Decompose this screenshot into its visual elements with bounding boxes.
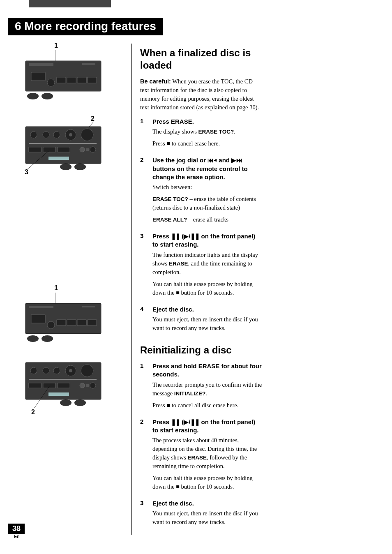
- device-diagram-4: 2: [25, 360, 103, 409]
- svg-point-14: [30, 132, 37, 138]
- step-text: You must eject, then re-insert the disc …: [152, 315, 263, 332]
- step-text: The function indicator lights and the di…: [152, 251, 263, 277]
- skip-back-icon: ⏮◀: [208, 157, 217, 164]
- svg-point-41: [27, 335, 39, 342]
- section2-title: Reinitializing a disc: [140, 344, 263, 356]
- step-number: 4: [140, 305, 146, 336]
- svg-point-5: [47, 79, 55, 86]
- section1-title: When a finalized disc is loaded: [140, 47, 263, 72]
- step-heading: Press ❚❚ (▶/❚❚ on the front panel) to st…: [152, 418, 263, 435]
- step-text: The display shows ERASE TOC?.: [152, 127, 263, 136]
- intro-bold: Be careful:: [140, 78, 171, 85]
- svg-rect-34: [82, 306, 95, 307]
- svg-rect-40: [88, 320, 97, 325]
- svg-point-28: [60, 164, 71, 170]
- stop-icon: ■: [176, 483, 180, 490]
- right-column: When a finalized disc is loaded Be caref…: [131, 44, 271, 535]
- svg-point-10: [27, 93, 39, 99]
- device-front-svg-2: [25, 286, 103, 344]
- step-number: 3: [140, 232, 146, 300]
- svg-point-56: [90, 383, 96, 388]
- svg-rect-7: [67, 77, 76, 83]
- device-closeup-svg-2: [25, 360, 103, 409]
- chapter-heading: 6 More recording features: [8, 18, 163, 35]
- svg-rect-23: [58, 147, 70, 152]
- s2-step3: 3 Eject the disc. You must eject, then r…: [140, 499, 263, 530]
- stop-icon: ■: [166, 402, 170, 409]
- svg-point-36: [47, 321, 55, 329]
- pause-icon: ❚❚: [171, 233, 180, 240]
- svg-point-48: [69, 369, 72, 372]
- step-text: ERASE TOC? – erase the table of contents…: [152, 195, 263, 212]
- step-text: Press ■ to cancel erase here.: [152, 139, 263, 148]
- svg-point-11: [42, 93, 53, 99]
- skip-forward-icon: ▶⏭: [231, 157, 242, 164]
- svg-rect-39: [77, 320, 86, 325]
- step-text: You can halt this erase process by holdi…: [152, 474, 263, 491]
- device-diagram-2: 2 3: [25, 118, 103, 175]
- step-heading: Press ❚❚ (▶/❚❚ on the front panel) to st…: [152, 232, 263, 249]
- device-front-svg: [25, 44, 103, 101]
- svg-point-16: [53, 132, 60, 138]
- step-heading: Eject the disc.: [152, 499, 263, 508]
- step-heading: Press ERASE.: [152, 118, 263, 126]
- step-heading: Use the jog dial or ⏮◀ and ▶⏭ buttons on…: [152, 156, 263, 181]
- step-text: You must eject, then re-insert the disc …: [152, 509, 263, 526]
- svg-rect-57: [48, 392, 69, 396]
- svg-rect-2: [29, 63, 53, 66]
- svg-rect-9: [88, 77, 97, 83]
- svg-point-24: [80, 147, 85, 152]
- step-text: Switch between:: [152, 183, 263, 192]
- step-text: The recorder prompts you to confirm with…: [152, 381, 263, 398]
- step-number: 3: [140, 499, 146, 530]
- step-text: The process takes about 40 minutes, depe…: [152, 436, 263, 471]
- step-text: Press ■ to cancel all disc erase here.: [152, 401, 263, 410]
- svg-rect-53: [58, 383, 70, 388]
- device-diagram-3: 1: [25, 286, 103, 344]
- svg-rect-4: [31, 72, 45, 81]
- s1-step4: 4 Eject the disc. You must eject, then r…: [140, 305, 263, 336]
- play-pause-icon: ▶/❚❚: [184, 418, 199, 425]
- svg-rect-33: [29, 306, 53, 308]
- step-number: 2: [140, 418, 146, 495]
- svg-rect-25: [86, 148, 89, 151]
- svg-point-19: [81, 129, 93, 141]
- svg-point-46: [53, 367, 60, 374]
- page-number-box: 38 En: [8, 524, 25, 539]
- device-diagram-1: 1: [25, 44, 103, 101]
- step-text: You can halt this erase process by holdi…: [152, 280, 263, 297]
- svg-point-59: [74, 399, 86, 406]
- svg-rect-52: [43, 383, 55, 388]
- step-text: ERASE ALL? – erase all tracks: [152, 215, 263, 224]
- diagram2-callout-3: 3: [25, 169, 28, 176]
- page-language: En: [8, 534, 25, 539]
- svg-rect-50: [29, 379, 97, 380]
- s2-step1: 1 Press and hold ERASE for about four se…: [140, 362, 263, 413]
- svg-point-49: [81, 365, 93, 377]
- s2-step2: 2 Press ❚❚ (▶/❚❚ on the front panel) to …: [140, 418, 263, 495]
- header-tab: [29, 0, 111, 7]
- svg-point-29: [74, 164, 86, 170]
- stop-icon: ■: [176, 289, 180, 296]
- diagram3-callout-1: 1: [54, 284, 58, 292]
- step-number: 2: [140, 156, 146, 227]
- svg-rect-3: [82, 63, 95, 65]
- svg-point-45: [43, 367, 49, 374]
- svg-rect-20: [29, 143, 97, 144]
- stop-icon: ■: [166, 140, 170, 147]
- svg-rect-37: [57, 320, 66, 325]
- s1-step3: 3 Press ❚❚ (▶/❚❚ on the front panel) to …: [140, 232, 263, 300]
- diagram1-callout-1: 1: [54, 42, 58, 49]
- svg-rect-51: [29, 383, 41, 388]
- diagram2-callout-2: 2: [91, 115, 95, 122]
- svg-rect-35: [31, 315, 45, 323]
- step-heading: Press and hold ERASE for about four seco…: [152, 362, 263, 379]
- diagram4-callout-2: 2: [31, 409, 35, 416]
- svg-point-15: [43, 132, 49, 138]
- svg-point-42: [42, 335, 53, 342]
- svg-rect-21: [29, 147, 41, 152]
- pause-icon: ❚❚: [171, 418, 180, 425]
- s1-step1: 1 Press ERASE. The display shows ERASE T…: [140, 118, 263, 151]
- section1-intro: Be careful: When you erase the TOC, the …: [140, 77, 263, 112]
- svg-rect-27: [48, 157, 69, 160]
